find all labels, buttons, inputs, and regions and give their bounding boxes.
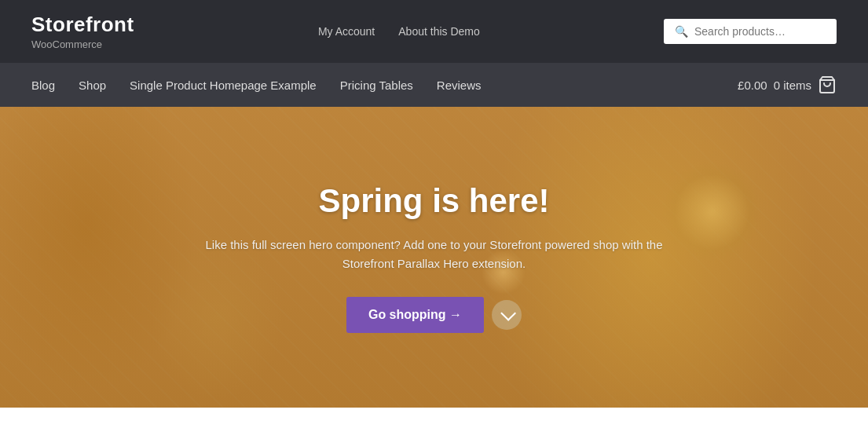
hero-subtitle: Like this full screen hero component? Ad… <box>183 236 686 273</box>
brand-title: Storefront <box>31 13 134 37</box>
hero-section: Spring is here! Like this full screen he… <box>0 107 868 408</box>
brand-subtitle: WooCommerce <box>31 38 134 50</box>
search-icon: 🔍 <box>675 25 688 38</box>
cart-price: £0.00 <box>738 79 767 92</box>
nav-pricing-tables[interactable]: Pricing Tables <box>340 79 413 92</box>
main-nav-links: Blog Shop Single Product Homepage Exampl… <box>31 79 482 92</box>
search-input[interactable] <box>694 25 826 38</box>
nav-blog[interactable]: Blog <box>31 79 55 92</box>
demo-link[interactable]: About this Demo <box>398 25 480 38</box>
top-nav: My Account About this Demo <box>318 25 480 38</box>
cart-icon <box>818 75 837 94</box>
nav-reviews[interactable]: Reviews <box>437 79 482 92</box>
hero-content: Spring is here! Like this full screen he… <box>167 182 701 333</box>
hero-cta-row: Go shopping → <box>183 297 686 333</box>
top-header: Storefront WooCommerce My Account About … <box>0 0 868 63</box>
go-shopping-button[interactable]: Go shopping → <box>346 297 484 333</box>
cart-area[interactable]: £0.00 0 items <box>738 75 837 94</box>
brand-area: Storefront WooCommerce <box>31 13 134 50</box>
main-nav: Blog Shop Single Product Homepage Exampl… <box>0 63 868 107</box>
nav-shop[interactable]: Shop <box>79 79 106 92</box>
scroll-indicator[interactable] <box>492 300 522 330</box>
cart-items-label: 0 items <box>774 79 811 92</box>
nav-single-product[interactable]: Single Product Homepage Example <box>130 79 317 92</box>
search-bar: 🔍 <box>664 19 837 44</box>
hero-title: Spring is here! <box>183 182 686 220</box>
account-link[interactable]: My Account <box>318 25 375 38</box>
